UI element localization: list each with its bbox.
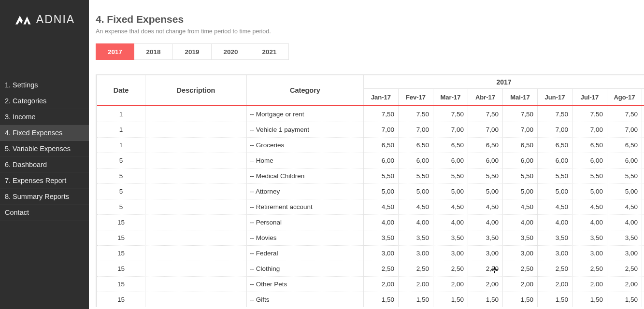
cell-value[interactable]: 6,50 — [607, 138, 642, 153]
cell-value[interactable]: 4,50 — [433, 199, 468, 214]
cell-value[interactable]: 7,50 — [468, 106, 503, 122]
cell-value[interactable]: 2,50 — [433, 261, 468, 276]
cell-description[interactable] — [145, 169, 247, 183]
cell-value[interactable]: 2,50 — [607, 261, 642, 276]
cell-value[interactable]: 3,50 — [538, 230, 572, 245]
cell-value[interactable]: 6,00 — [538, 153, 572, 168]
cell-value[interactable]: 2,00 — [399, 277, 433, 292]
cell-value[interactable]: 4,00 — [538, 215, 572, 230]
cell-value[interactable]: 3,00 — [572, 246, 607, 261]
cell-category[interactable]: -- Groceries — [247, 138, 364, 153]
cell-description[interactable] — [145, 277, 247, 292]
cell-category[interactable]: -- Attorney — [247, 184, 364, 199]
cell-category[interactable]: -- Retirement account — [247, 199, 364, 214]
cell-value[interactable]: 4,00 — [503, 215, 538, 230]
cell-value[interactable]: 5,50 — [538, 169, 572, 183]
cell-value[interactable]: 3,50 — [399, 230, 433, 245]
cell-value[interactable]: 5,50 — [503, 169, 538, 183]
cell-description[interactable] — [145, 106, 247, 122]
cell-value[interactable]: 7,50 — [433, 106, 468, 122]
cell-value[interactable]: 2,50 — [364, 261, 399, 276]
cell-value[interactable]: 4,50 — [503, 199, 538, 214]
sidebar-item-1-settings[interactable]: 1. Settings — [0, 77, 89, 93]
cell-value[interactable]: 7,00 — [572, 122, 607, 137]
cell-date[interactable]: 1 — [97, 122, 145, 137]
cell-value[interactable]: 2,50 — [503, 261, 538, 276]
cell-date[interactable]: 5 — [97, 184, 145, 199]
cell-value[interactable]: 2,00 — [538, 277, 572, 292]
cell-value[interactable]: 1,50 — [433, 292, 468, 307]
year-tab-2020[interactable]: 2020 — [212, 43, 250, 60]
cell-value[interactable]: 7,00 — [399, 122, 433, 137]
cell-category[interactable]: -- Medical Children — [247, 169, 364, 183]
year-tab-2019[interactable]: 2019 — [173, 43, 212, 60]
cell-value[interactable]: 2,00 — [433, 277, 468, 292]
cell-category[interactable]: -- Clothing — [247, 261, 364, 276]
cell-value[interactable]: 5,00 — [364, 184, 399, 199]
cell-value[interactable]: 5,00 — [468, 184, 503, 199]
cell-value[interactable]: 7,50 — [503, 106, 538, 122]
cell-value[interactable]: 4,00 — [468, 215, 503, 230]
cell-description[interactable] — [145, 199, 247, 214]
cell-value[interactable]: 6,00 — [572, 153, 607, 168]
cell-category[interactable]: -- Mortgage or rent — [247, 106, 364, 122]
cell-value[interactable]: 6,50 — [468, 138, 503, 153]
cell-description[interactable] — [145, 122, 247, 137]
cell-date[interactable]: 15 — [97, 292, 145, 307]
cell-value[interactable]: 5,50 — [468, 169, 503, 183]
cell-value[interactable]: 3,50 — [572, 230, 607, 245]
cell-date[interactable]: 15 — [97, 246, 145, 261]
cell-value[interactable]: 3,50 — [468, 230, 503, 245]
cell-value[interactable]: 2,00 — [364, 277, 399, 292]
cell-value[interactable]: 4,50 — [572, 199, 607, 214]
cell-value[interactable]: 2,50 — [468, 261, 503, 276]
cell-value[interactable]: 4,50 — [364, 199, 399, 214]
cell-value[interactable]: 6,00 — [399, 153, 433, 168]
cell-value[interactable]: 2,50 — [572, 261, 607, 276]
cell-value[interactable]: 6,50 — [433, 138, 468, 153]
cell-value[interactable]: 5,00 — [572, 184, 607, 199]
cell-category[interactable]: -- Gifts — [247, 292, 364, 307]
cell-description[interactable] — [145, 184, 247, 199]
cell-value[interactable]: 3,50 — [433, 230, 468, 245]
cell-value[interactable]: 3,00 — [468, 246, 503, 261]
cell-value[interactable]: 4,00 — [364, 215, 399, 230]
cell-value[interactable]: 6,50 — [399, 138, 433, 153]
cell-value[interactable]: 3,50 — [364, 230, 399, 245]
cell-value[interactable]: 7,50 — [572, 106, 607, 122]
cell-value[interactable]: 2,00 — [503, 277, 538, 292]
cell-value[interactable]: 5,00 — [503, 184, 538, 199]
cell-date[interactable]: 15 — [97, 277, 145, 292]
cell-value[interactable]: 7,00 — [433, 122, 468, 137]
cell-date[interactable]: 15 — [97, 261, 145, 276]
sidebar-item-2-categories[interactable]: 2. Categories — [0, 93, 89, 109]
cell-value[interactable]: 3,00 — [399, 246, 433, 261]
sidebar-item-6-dashboard[interactable]: 6. Dashboard — [0, 157, 89, 173]
cell-value[interactable]: 7,50 — [399, 106, 433, 122]
cell-value[interactable]: 5,50 — [399, 169, 433, 183]
cell-value[interactable]: 1,50 — [503, 292, 538, 307]
cell-date[interactable]: 15 — [97, 215, 145, 230]
cell-category[interactable]: -- Federal — [247, 246, 364, 261]
cell-description[interactable] — [145, 292, 247, 307]
cell-value[interactable]: 3,00 — [364, 246, 399, 261]
cell-description[interactable] — [145, 215, 247, 230]
cell-description[interactable] — [145, 230, 247, 245]
cell-value[interactable]: 6,00 — [607, 153, 642, 168]
cell-value[interactable]: 4,50 — [468, 199, 503, 214]
cell-value[interactable]: 7,50 — [364, 106, 399, 122]
cell-value[interactable]: 4,00 — [572, 215, 607, 230]
cell-category[interactable]: -- Other Pets — [247, 277, 364, 292]
cell-value[interactable]: 6,50 — [572, 138, 607, 153]
cell-value[interactable]: 7,00 — [503, 122, 538, 137]
cell-date[interactable]: 15 — [97, 230, 145, 245]
cell-value[interactable]: 5,00 — [607, 184, 642, 199]
cell-value[interactable]: 7,50 — [607, 106, 642, 122]
cell-value[interactable]: 3,50 — [607, 230, 642, 245]
cell-value[interactable]: 7,00 — [364, 122, 399, 137]
cell-value[interactable]: 6,50 — [364, 138, 399, 153]
cell-description[interactable] — [145, 261, 247, 276]
sidebar-item-8-summary-reports[interactable]: 8. Summary Reports — [0, 189, 89, 205]
cell-value[interactable]: 5,50 — [572, 169, 607, 183]
cell-value[interactable]: 2,00 — [572, 277, 607, 292]
